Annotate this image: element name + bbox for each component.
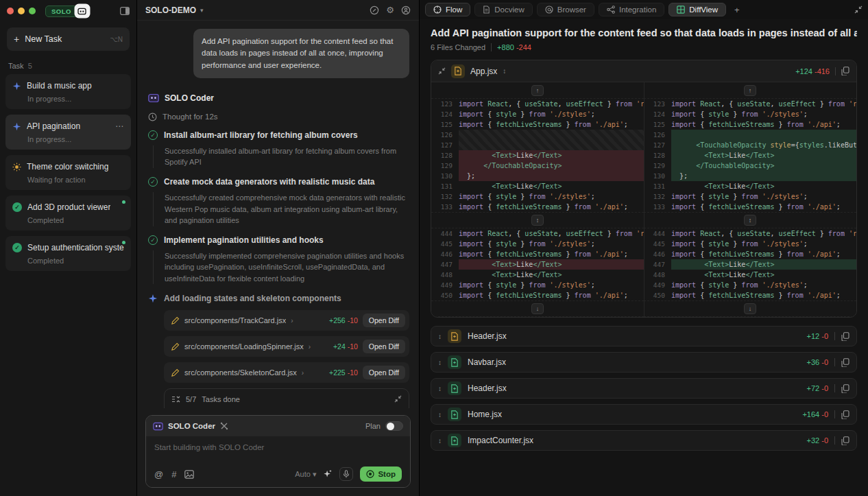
expand-updown-icon[interactable]: ↕ [438,359,442,366]
sparkle-icon[interactable] [323,469,333,479]
shrink-panel-icon[interactable] [854,5,863,14]
new-task-button[interactable]: + New Task ⌥N [7,27,130,51]
more-options-icon[interactable]: ⋯ [115,121,124,131]
diff-line: 126 [644,130,856,140]
mention-icon[interactable]: @ [154,469,163,480]
new-chat-icon[interactable] [370,5,379,15]
pencil-icon [171,342,180,351]
spinner-blue-icon [12,82,21,91]
changed-file-row[interactable]: ↕Navbar.jsx+36 -0 [431,352,857,373]
step-description: Successfully implemented comprehensive p… [153,250,409,285]
task-item[interactable]: ✓Add 3D product viewerCompleted [5,196,131,231]
check-circle-icon: ✓ [148,130,158,140]
microphone-button[interactable] [339,467,353,481]
composer-agent-name[interactable]: SOLO Coder [168,422,215,430]
sidebar-toggle-icon[interactable] [120,7,130,15]
code-line: </TouchableOpacity> [459,161,644,171]
expand-down-button[interactable]: ↓ [744,303,756,314]
expand-down-button[interactable]: ↓ [531,303,544,314]
changed-file-row[interactable]: ↕Header.jsx+12 -0 [431,326,857,346]
task-item[interactable]: Theme color switchingWaiting for action [5,155,131,190]
tab-flow[interactable]: Flow [425,3,470,16]
code-line: import { fetchLiveStreams } from './api'… [671,119,856,130]
copy-icon[interactable] [841,384,849,393]
expand-updown-icon[interactable]: ↕ [438,385,442,392]
collapse-icon[interactable] [394,395,402,403]
expand-row: ↑ [644,82,856,99]
copy-icon[interactable] [841,358,849,367]
task-item[interactable]: API pagination⋯In progress... [5,115,131,150]
image-icon[interactable] [184,470,194,479]
expand-up-button[interactable]: ↑ [531,85,544,96]
tab-integration[interactable]: Integration [599,3,664,16]
file-name: Navbar.jsx [468,357,506,367]
step-title: Install album-art library for fetching a… [164,130,358,141]
open-diff-button[interactable]: Open Diff [363,366,405,379]
plan-toggle[interactable] [385,421,403,431]
file-chip[interactable]: src/components/LoadingSpinner.jsx › +24 … [164,336,409,357]
copy-icon[interactable] [841,67,849,75]
add-tab-button[interactable]: + [730,5,744,15]
step-item: ✓ Implement pagination utilities and hoo… [148,235,409,285]
task-status: In progress... [12,95,124,103]
context-icon[interactable]: # [171,469,176,480]
open-diff-button[interactable]: Open Diff [363,340,405,353]
expand-middle-button[interactable]: ↕ [531,215,544,226]
copy-icon[interactable] [841,436,849,445]
diff-line: 133import { fetchLiveStreams } from './a… [644,202,856,212]
tab-diffview[interactable]: DiffView [668,3,726,16]
expand-updown-icon[interactable]: ↕ [438,437,442,445]
collapse-icon[interactable] [438,67,446,75]
task-section-header: Task 5 [0,51,136,74]
code-line: <Text>Like</Text> [459,259,644,270]
sort-updown-icon[interactable]: ↕ [503,67,506,75]
task-item[interactable]: ✓Setup authentication syste...Completed [5,236,131,271]
message-input[interactable] [154,443,402,467]
line-number: 127 [431,140,459,150]
stop-button[interactable]: Stop [360,467,402,482]
step-description: Successfully installed album-art library… [153,145,409,168]
file-chip[interactable]: src/components/SkeletonCard.jsx › +225 -… [164,362,409,383]
added-count: +36 [806,358,819,366]
changed-file-row[interactable]: ↕Home.jsx+164 -0 [431,404,857,425]
copy-icon[interactable] [841,332,849,341]
chat-scroll-area[interactable]: Add API pagination support for the conte… [137,21,419,408]
changed-file-row[interactable]: ↕ImpactCounter.jsx+32 -0 [431,430,857,451]
copy-icon[interactable] [841,410,849,419]
diff-line: 446import { fetchLiveStreams } from './a… [431,249,644,259]
account-icon[interactable] [401,5,411,15]
expand-updown-icon[interactable]: ↕ [438,411,442,418]
code-line: import React, { useState, useEffect } fr… [459,99,644,109]
close-window-button[interactable] [7,8,14,14]
mode-dropdown[interactable]: Auto ▾ [295,470,316,479]
step-title: Create mock data generators with realist… [164,176,374,187]
expand-updown-icon[interactable]: ↕ [438,333,442,340]
diff-line: 125import { fetchLiveStreams } from './a… [431,119,644,130]
minimize-window-button[interactable] [18,8,25,14]
diff-card-header[interactable]: App.jsx ↕ +124 -416 [431,60,856,82]
diff-task-title: Add API pagination support for the conte… [431,27,857,38]
robot-icon [153,422,163,431]
expand-row: ↕ [644,212,856,228]
expand-middle-button[interactable]: ↕ [744,215,756,226]
tools-icon[interactable] [220,422,228,430]
task-item[interactable]: Build a music appIn progress... [5,74,131,109]
tab-browser[interactable]: Browser [537,3,594,16]
added-count: +72 [806,384,819,392]
file-chip[interactable]: src/components/TrackCard.jsx › +256 -10 … [164,310,409,331]
line-number: 449 [644,280,671,290]
project-title[interactable]: SOLO-DEMO [145,5,196,15]
zoom-window-button[interactable] [29,8,36,14]
tab-docview[interactable]: Docview [474,3,532,16]
removed-count: -10 [348,342,358,351]
thought-row[interactable]: Thought for 12s [148,113,409,121]
open-diff-button[interactable]: Open Diff [363,314,405,327]
settings-gear-icon[interactable]: ⚙ [386,5,394,15]
total-removed: -244 [516,43,531,51]
chevron-right-icon: › [291,317,293,324]
changed-file-row[interactable]: ↕Header.jsx+72 -0 [431,378,857,399]
tasks-progress-label: Tasks done [202,395,240,403]
diff-line: 444import React, { useState, useEffect }… [431,228,644,239]
line-number: 446 [431,249,459,259]
expand-up-button[interactable]: ↑ [744,85,756,96]
